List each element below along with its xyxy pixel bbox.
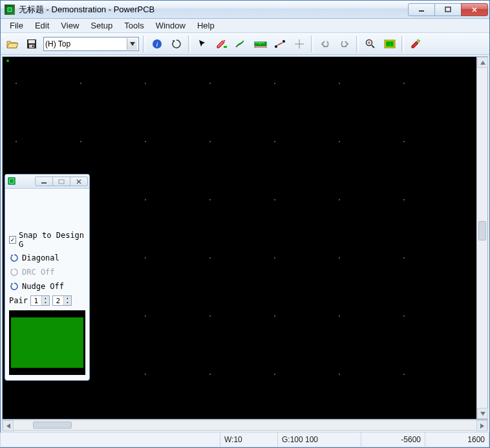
svg-rect-15 [386,41,394,47]
vertical-scrollbar[interactable] [476,57,487,419]
svg-rect-18 [41,182,47,184]
grid-dot [80,83,81,84]
pair-a-input[interactable] [31,296,41,305]
horizontal-scrollbar[interactable] [2,420,488,431]
grid-dot [403,141,405,142]
svg-point-12 [299,43,301,45]
cycle-button[interactable] [167,35,186,53]
status-y: 1600 [425,432,489,447]
grid-dot [16,141,17,142]
color-swatch-area [9,310,85,375]
layer-color-swatch[interactable] [11,317,83,368]
highlight-button[interactable] [213,35,231,53]
scroll-left-icon[interactable] [3,420,14,431]
grid-dot [145,141,146,142]
menu-file[interactable]: File [5,19,28,32]
cycle-icon [9,253,19,263]
pair-a-stepper[interactable]: ▴▾ [30,295,50,306]
scrollbar-thumb[interactable] [33,421,72,429]
scrollbar-track[interactable] [477,68,487,408]
menu-help[interactable]: Help [192,19,220,32]
menu-tools[interactable]: Tools [119,19,149,32]
grid-dot [403,83,405,84]
grid-dot [339,257,340,259]
snap-checkbox-row[interactable]: Snap to Design G [9,229,85,251]
panel-icon [8,177,17,186]
zoom-button[interactable] [361,35,379,53]
svg-point-11 [282,40,285,43]
grid-dot [209,199,211,200]
menu-edit[interactable]: Edit [30,19,54,32]
pair-row: Pair ▴▾ ▴▾ [9,293,85,308]
drc-label: DRC Off [22,268,55,277]
scroll-up-icon[interactable] [477,57,488,68]
status-width: W:10 [220,432,278,447]
layer-select[interactable]: (H) Top [43,37,139,51]
grid-dot [274,374,275,375]
open-button[interactable] [3,35,21,53]
status-message [0,432,220,447]
diagonal-row[interactable]: Diagonal [9,251,85,265]
svg-rect-8 [224,46,227,48]
workspace: Snap to Design G Diagonal DRC Off [1,55,489,432]
scrollbar-thumb[interactable] [478,221,486,240]
redo-button[interactable] [336,35,354,53]
layer-selected-label: (H) Top [45,39,70,48]
dimension-button[interactable] [271,35,289,53]
grid-dot [274,257,275,259]
panel-minimize-button[interactable] [35,176,53,186]
grid-dot [339,374,340,375]
panel-maximize-button[interactable] [52,176,70,186]
scroll-down-icon[interactable] [477,408,488,419]
scroll-right-icon[interactable] [476,420,487,431]
measure-button[interactable] [251,35,270,53]
board-view-button[interactable] [381,35,399,53]
minimize-button[interactable] [408,3,435,16]
svg-rect-3 [28,40,35,43]
close-button[interactable] [461,3,488,16]
grid-dot [145,315,146,317]
panel-blank-area [9,191,85,229]
menu-view[interactable]: View [56,19,84,32]
select-button[interactable] [193,35,211,53]
info-button[interactable]: i [148,35,166,53]
grid-dot [403,199,405,200]
menu-window[interactable]: Window [151,19,191,32]
grid-dot [16,83,17,84]
svg-rect-5 [32,45,34,47]
toolbar-separator [311,36,314,52]
route-button[interactable] [232,35,250,53]
panel-controls [36,176,88,186]
menubar: File Edit View Setup Tools Window Help [1,19,489,33]
maximize-button[interactable] [434,3,462,16]
status-x: -5600 [361,432,425,447]
grid-dot [209,315,211,317]
panel-close-button[interactable] [70,176,88,186]
cycle-icon [9,267,19,277]
snap-center-button[interactable] [290,35,308,53]
main-window: 无标题 - Demonstration - PowerPCB File Edit… [0,0,490,448]
grid-dot [80,141,81,142]
cycle-icon [9,281,19,292]
status-grid: G:100 100 [277,432,361,447]
menu-setup[interactable]: Setup [85,19,118,32]
toolbar-separator [188,36,191,52]
down-icon[interactable]: ▾ [41,301,49,305]
grid-dot [145,199,146,200]
drc-brush-button[interactable] [407,35,425,53]
down-icon[interactable]: ▾ [63,301,71,305]
toolbar: (H) Top i [1,33,489,55]
diagonal-label: Diagonal [22,253,59,262]
panel-body: Snap to Design G Diagonal DRC Off [5,189,89,380]
grid-dot [339,141,340,142]
panel-titlebar[interactable] [5,175,89,189]
pair-b-stepper[interactable]: ▴▾ [52,295,72,306]
save-button[interactable] [23,35,41,53]
pair-b-input[interactable] [53,296,63,305]
checkbox-icon[interactable] [9,236,16,244]
svg-rect-1 [445,7,451,12]
nudge-row[interactable]: Nudge Off [9,279,85,293]
undo-button[interactable] [316,35,334,53]
scrollbar-track[interactable] [14,420,476,430]
grid-dot [403,374,405,375]
